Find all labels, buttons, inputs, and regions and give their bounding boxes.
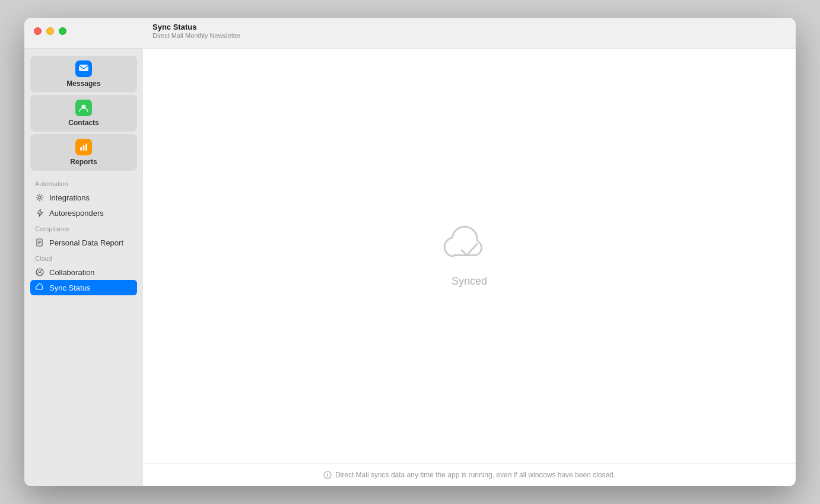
reports-icon	[75, 139, 92, 155]
personal-data-report-label: Personal Data Report	[49, 238, 123, 247]
gear-icon	[35, 193, 45, 202]
sidebar-section-automation: Automation Integrations	[24, 180, 143, 221]
messages-label: Messages	[66, 79, 100, 88]
content-area: Synced Direct Mail syncs data any time t…	[143, 49, 796, 486]
svg-rect-3	[83, 145, 85, 151]
content-main: Synced	[143, 49, 796, 463]
contacts-icon	[75, 100, 92, 116]
info-icon	[323, 471, 332, 479]
contacts-label: Contacts	[68, 119, 98, 127]
main-layout: Messages Contacts	[24, 49, 796, 486]
sidebar-item-autoresponders[interactable]: Autoresponders	[30, 205, 137, 221]
traffic-lights	[24, 18, 143, 35]
reports-icon-svg	[78, 142, 89, 152]
sidebar-item-integrations[interactable]: Integrations	[30, 190, 137, 205]
compliance-section-title: Compliance	[30, 225, 137, 232]
close-button[interactable]	[34, 27, 42, 35]
window-title: Sync Status	[152, 23, 786, 31]
content-footer: Direct Mail syncs data any time the app …	[143, 463, 796, 486]
sidebar-nav-items: Messages Contacts	[24, 56, 143, 171]
svg-rect-0	[79, 65, 88, 71]
svg-point-14	[327, 473, 328, 474]
lightning-icon	[35, 208, 45, 218]
minimize-button[interactable]	[46, 27, 54, 35]
cloud-section-title: Cloud	[30, 255, 137, 262]
synced-label: Synced	[452, 275, 487, 288]
synced-status-wrapper: Synced	[443, 224, 496, 288]
cloud-icon	[35, 283, 45, 292]
sidebar-item-messages[interactable]: Messages	[30, 56, 137, 92]
svg-point-5	[39, 196, 41, 199]
sidebar-item-personal-data-report[interactable]: Personal Data Report	[30, 235, 137, 250]
sidebar-section-cloud: Cloud Collaboration	[24, 255, 143, 295]
sidebar-item-contacts[interactable]: Contacts	[30, 95, 137, 132]
document-icon	[35, 238, 45, 247]
sidebar-item-sync-status[interactable]: Sync Status	[30, 280, 137, 295]
titlebar-content: Sync Status Direct Mail Monthly Newslett…	[143, 18, 796, 44]
person-circle-icon	[35, 267, 45, 277]
message-icon	[75, 60, 92, 77]
autoresponders-label: Autoresponders	[49, 209, 104, 218]
titlebar: Sync Status Direct Mail Monthly Newslett…	[24, 18, 796, 49]
contacts-icon-svg	[78, 103, 89, 113]
app-window: Sync Status Direct Mail Monthly Newslett…	[24, 18, 796, 486]
svg-point-11	[39, 270, 41, 273]
footer-text: Direct Mail syncs data any time the app …	[335, 471, 615, 479]
sidebar: Messages Contacts	[24, 49, 143, 486]
integrations-label: Integrations	[49, 193, 90, 202]
maximize-button[interactable]	[59, 27, 66, 35]
sidebar-item-collaboration[interactable]: Collaboration	[30, 264, 137, 280]
sync-status-label: Sync Status	[49, 283, 90, 292]
svg-rect-4	[85, 143, 87, 151]
collaboration-label: Collaboration	[49, 268, 95, 277]
automation-section-title: Automation	[30, 180, 137, 187]
sidebar-item-reports[interactable]: Reports	[30, 134, 137, 171]
svg-rect-2	[80, 147, 82, 151]
sidebar-section-compliance: Compliance Personal Data Report	[24, 225, 143, 250]
cloud-check-icon	[443, 224, 496, 266]
message-icon-svg	[78, 63, 89, 74]
window-subtitle: Direct Mail Monthly Newsletter	[152, 32, 786, 39]
reports-label: Reports	[70, 158, 97, 166]
